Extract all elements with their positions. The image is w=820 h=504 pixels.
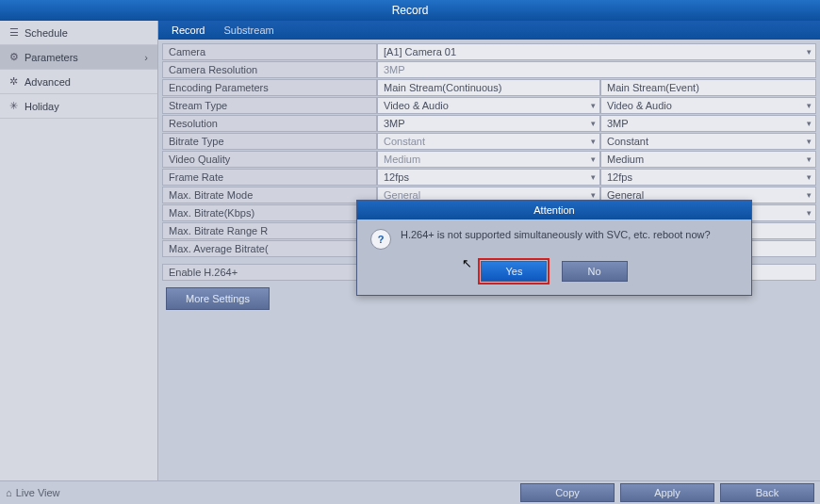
encoding-params-col1: Main Stream(Continuous) [377,79,600,96]
camera-label: Camera [162,43,377,60]
sidebar-item-label: Advanced [25,76,71,88]
resolution-select-1[interactable]: 3MP [377,115,600,132]
row-video-quality: Video Quality Medium Medium [162,151,816,168]
back-button[interactable]: Back [720,483,814,502]
question-icon: ? [370,229,391,250]
no-button[interactable]: No [562,261,628,282]
video-quality-select-2[interactable]: Medium [600,151,816,168]
sidebar-item-label: Schedule [25,27,68,39]
camera-resolution-value: 3MP [377,61,816,78]
encoding-params-col2: Main Stream(Event) [600,79,816,96]
video-quality-label: Video Quality [162,151,377,168]
video-quality-select-1[interactable]: Medium [377,151,600,168]
bitrate-type-select-2[interactable]: Constant [600,133,816,150]
frame-rate-label: Frame Rate [162,169,377,186]
dialog-body: ? H.264+ is not supported simultaneously… [357,219,751,253]
row-stream-type: Stream Type Video & Audio Video & Audio [162,97,816,114]
live-view-label: Live View [16,487,60,498]
row-bitrate-type: Bitrate Type Constant Constant [162,133,816,150]
chevron-right-icon: › [144,52,148,63]
sidebar-item-label: Parameters [25,52,78,63]
parameters-icon: ⚙ [9,51,21,63]
content-area: Record Substream Camera [A1] Camera 01 C… [158,21,820,480]
footer: ⌂ Live View Copy Apply Back [0,480,820,504]
sidebar-item-parameters[interactable]: ⚙ Parameters › [0,45,157,70]
holiday-icon: ✳ [9,100,21,112]
frame-rate-select-2[interactable]: 12fps [600,169,816,186]
row-resolution: Resolution 3MP 3MP [162,115,816,132]
live-view-link[interactable]: ⌂ Live View [6,487,60,498]
row-frame-rate: Frame Rate 12fps 12fps [162,169,816,186]
tab-bar: Record Substream [158,21,820,40]
sidebar-item-advanced[interactable]: ✲ Advanced [0,70,157,94]
bitrate-type-select-1[interactable]: Constant [377,133,600,150]
dialog-buttons: Yes No [357,253,751,295]
advanced-icon: ✲ [9,75,21,88]
apply-button[interactable]: Apply [620,483,714,502]
tab-substream[interactable]: Substream [214,21,283,40]
sidebar-item-holiday[interactable]: ✳ Holiday [0,94,157,119]
tab-record[interactable]: Record [162,21,214,40]
window-title: Record [0,0,820,21]
yes-button[interactable]: Yes [481,261,547,282]
dialog-title: Attention [357,201,751,219]
frame-rate-select-1[interactable]: 12fps [377,169,600,186]
max-bitrate-label: Max. Bitrate(Kbps) [162,204,377,221]
sidebar: ☰ Schedule ⚙ Parameters › ✲ Advanced ✳ H… [0,21,158,480]
row-encoding-params: Encoding Parameters Main Stream(Continuo… [162,79,816,96]
sidebar-item-label: Holiday [25,101,59,112]
main-layout: ☰ Schedule ⚙ Parameters › ✲ Advanced ✳ H… [0,21,820,480]
camera-resolution-label: Camera Resolution [162,61,377,78]
sidebar-item-schedule[interactable]: ☰ Schedule [0,21,157,45]
camera-select[interactable]: [A1] Camera 01 [377,43,816,60]
max-avg-bitrate-label: Max. Average Bitrate( [162,240,377,257]
max-bitrate-mode-label: Max. Bitrate Mode [162,187,377,203]
stream-type-select-1[interactable]: Video & Audio [377,97,600,114]
encoding-params-label: Encoding Parameters [162,79,377,96]
resolution-label: Resolution [162,115,377,132]
home-icon: ⌂ [6,487,12,498]
attention-dialog: Attention ? H.264+ is not supported simu… [356,200,752,296]
max-bitrate-range-label: Max. Bitrate Range R [162,222,377,239]
stream-type-select-2[interactable]: Video & Audio [600,97,816,114]
row-camera: Camera [A1] Camera 01 [162,43,816,60]
stream-type-label: Stream Type [162,97,377,114]
resolution-select-2[interactable]: 3MP [600,115,816,132]
enable-h264-label: Enable H.264+ [162,264,377,281]
dialog-message: H.264+ is not supported simultaneously w… [401,229,711,240]
row-camera-resolution: Camera Resolution 3MP [162,61,816,78]
copy-button[interactable]: Copy [520,483,615,502]
schedule-icon: ☰ [9,26,21,39]
more-settings-button[interactable]: More Settings [166,287,270,310]
bitrate-type-label: Bitrate Type [162,133,377,150]
